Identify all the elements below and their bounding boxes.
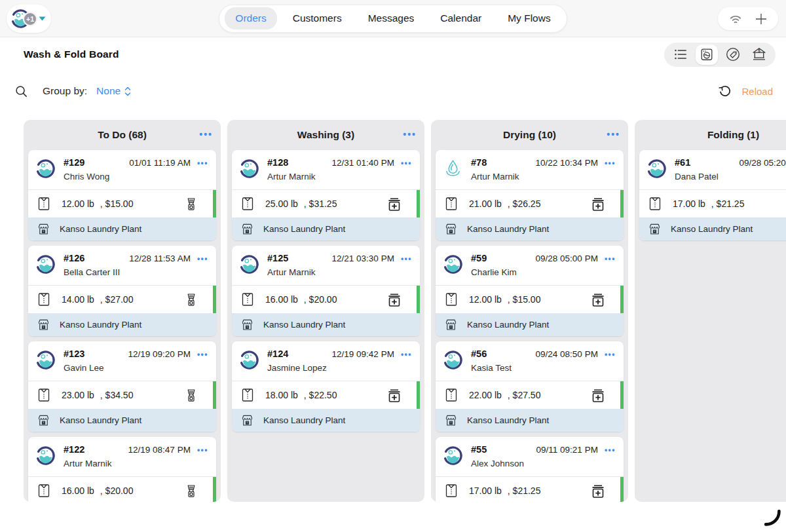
machine-plus-icon: [590, 197, 607, 212]
order-avatar: [443, 254, 463, 275]
plant-name: Kanso Laundry Plant: [467, 415, 549, 425]
order-price: , $20.00: [100, 485, 134, 496]
order-id: #129: [64, 157, 84, 168]
order-card[interactable]: #59 09/28 05:00 PM Charlie Kim 12.00 lb …: [436, 246, 624, 336]
store-icon: [443, 413, 458, 428]
card-menu-button[interactable]: [605, 349, 616, 359]
machine-plus-icon: [590, 484, 607, 499]
plant-name: Kanso Laundry Plant: [60, 415, 141, 425]
card-menu-button[interactable]: [605, 445, 616, 455]
order-card[interactable]: #78 10/22 10:34 PM Artur Marnik 21.00 lb…: [436, 150, 624, 240]
order-avatar: [239, 159, 259, 179]
order-card[interactable]: #124 12/19 09:42 PM Jasmine Lopez 18.00 …: [232, 341, 420, 432]
order-price: , $21.25: [508, 485, 541, 496]
machine-action-button[interactable]: [386, 292, 403, 307]
machine-action-button[interactable]: [590, 292, 607, 307]
reload-button[interactable]: Reload: [741, 86, 773, 97]
card-menu-button[interactable]: [401, 158, 412, 168]
tab-calendar[interactable]: Calendar: [430, 7, 492, 29]
store-icon: [36, 221, 51, 237]
order-card[interactable]: #61 09/28 05:20 PM Dana Patel 17.00 lb ,…: [639, 150, 786, 240]
order-avatar: [646, 159, 667, 179]
signal-button[interactable]: [727, 12, 744, 26]
order-card[interactable]: #129 01/01 11:19 AM Chris Wong 12.00 lb …: [28, 150, 216, 240]
laundry-drum-logo-icon: [35, 446, 56, 466]
garment-icon: [36, 387, 52, 403]
board-toolbar: Group by: None Reload: [0, 71, 786, 111]
order-card[interactable]: #56 09/24 08:50 PM Kasia Test 22.00 lb ,…: [436, 341, 624, 432]
order-datetime: 12/19 09:20 PM: [128, 349, 191, 359]
page-header: Wash & Fold Board: [0, 37, 786, 71]
order-avatar: [35, 350, 56, 370]
machine-action-button[interactable]: [183, 197, 199, 212]
board-column: Drying (10) #78 10/22 10:34 PM Artur Mar…: [431, 120, 628, 502]
card-header: #61 09/28 05:20 PM Dana Patel: [639, 150, 786, 189]
view-switcher: $: [664, 43, 776, 67]
column-menu-button[interactable]: [607, 129, 620, 140]
order-card[interactable]: #123 12/19 09:20 PM Gavin Lee 23.00 lb ,…: [28, 341, 216, 432]
machine-action-button[interactable]: [183, 484, 199, 499]
machine-action-button[interactable]: [183, 292, 199, 307]
bank-view-button[interactable]: $: [748, 45, 770, 65]
plant-name: Kanso Laundry Plant: [467, 224, 549, 234]
list-view-button[interactable]: [669, 45, 692, 65]
order-id: #56: [471, 349, 487, 359]
laundry-drum-logo-icon: [35, 350, 56, 370]
card-menu-button[interactable]: [197, 158, 208, 168]
plant-name: Kanso Laundry Plant: [263, 415, 345, 425]
machine-action-button[interactable]: [590, 484, 607, 499]
order-card[interactable]: #126 12/28 11:53 AM Bella Carter III 14.…: [28, 246, 216, 336]
reload-icon-button[interactable]: [717, 83, 733, 99]
tab-orders[interactable]: Orders: [225, 7, 276, 29]
machine-action-button[interactable]: [386, 197, 403, 212]
card-menu-button[interactable]: [605, 158, 616, 168]
order-card[interactable]: #125 12/21 03:30 PM Artur Marnik 16.00 l…: [232, 246, 420, 336]
kanban-board: To Do (68) #129 01/01 11:19 AM Chris Won…: [24, 120, 786, 502]
order-datetime: 12/19 08:47 PM: [128, 445, 191, 455]
column-menu-button[interactable]: [199, 129, 213, 140]
order-card[interactable]: #55 09/11 09:21 PM Alex Johnson 17.00 lb…: [436, 437, 624, 502]
tab-customers[interactable]: Customers: [282, 7, 352, 29]
tab-messages[interactable]: Messages: [358, 7, 425, 29]
order-weight: 23.00 lb: [62, 390, 94, 400]
machine-action-button[interactable]: [183, 388, 199, 403]
account-switcher[interactable]: +1: [7, 5, 51, 33]
card-header: #59 09/28 05:00 PM Charlie Kim: [436, 246, 624, 285]
card-menu-button[interactable]: [197, 445, 208, 455]
card-menu-button[interactable]: [197, 254, 208, 263]
tab-my-flows[interactable]: My Flows: [497, 7, 561, 29]
order-card[interactable]: #122 12/19 08:47 PM Artur Marnik 16.00 l…: [28, 437, 216, 502]
machine-plus-icon: [590, 292, 607, 307]
group-by-select[interactable]: None: [96, 85, 132, 97]
board-column: To Do (68) #129 01/01 11:19 AM Chris Won…: [24, 120, 221, 502]
order-id: #59: [471, 253, 487, 263]
column-menu-button[interactable]: [403, 129, 417, 140]
status-bar: [213, 477, 216, 502]
card-menu-button[interactable]: [401, 254, 412, 263]
card-header: #126 12/28 11:53 AM Bella Carter III: [28, 246, 216, 285]
card-menu-button[interactable]: [197, 349, 208, 359]
plant-name: Kanso Laundry Plant: [263, 320, 345, 330]
search-button[interactable]: [14, 85, 28, 98]
column-header: Washing (3): [227, 120, 424, 150]
add-button[interactable]: [753, 11, 769, 27]
column-title: Washing (3): [297, 129, 354, 141]
order-id: #61: [675, 157, 690, 168]
card-menu-button[interactable]: [401, 349, 412, 359]
washer-view-button[interactable]: [696, 45, 718, 65]
machine-action-button[interactable]: [590, 197, 607, 212]
machine-action-button[interactable]: [590, 388, 607, 403]
machine-action-button[interactable]: [386, 388, 403, 403]
order-weight: 12.00 lb: [469, 294, 502, 305]
plant-row: Kanso Laundry Plant: [28, 313, 216, 336]
order-id: #124: [267, 349, 288, 359]
card-menu-button[interactable]: [605, 254, 616, 263]
order-card[interactable]: #128 12/31 01:40 PM Artur Marnik 25.00 l…: [232, 150, 420, 240]
order-price: , $31.25: [304, 199, 337, 209]
store-icon: [240, 317, 255, 332]
signal-icon: [727, 12, 744, 26]
garment-icon: [443, 387, 459, 403]
washing-machine-icon: [700, 47, 714, 62]
tag-view-button[interactable]: [722, 45, 744, 65]
order-details-row: 16.00 lb , $20.00: [28, 476, 216, 502]
